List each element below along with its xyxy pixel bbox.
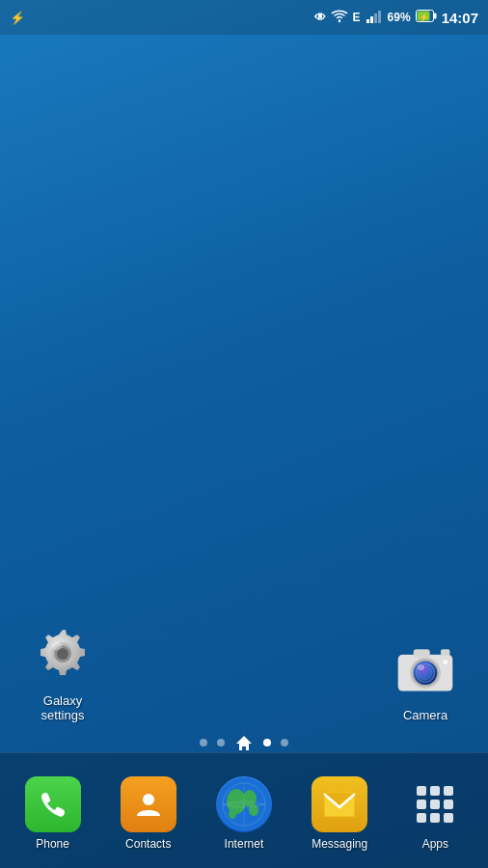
contacts-dock-icon (121, 776, 176, 832)
phone-dock-icon (25, 776, 81, 832)
dock-internet-label: Internet (225, 837, 264, 851)
main-content: Galaxysettings (0, 35, 488, 752)
screen-icon: 👁 (314, 11, 326, 24)
page-indicators (200, 733, 288, 752)
dock-messaging-label: Messaging (312, 837, 367, 851)
svg-point-12 (52, 642, 62, 650)
signal-icon (366, 10, 383, 26)
svg-rect-16 (441, 650, 449, 657)
svg-point-22 (418, 665, 425, 671)
camera-image (392, 635, 459, 702)
svg-rect-4 (378, 11, 381, 23)
camera-icon[interactable]: Camera (382, 635, 469, 723)
svg-rect-36 (417, 786, 426, 796)
page-dot-5[interactable] (281, 739, 288, 746)
status-bar: ⚡ 👁 E 69% (0, 0, 488, 35)
dock-phone[interactable]: Phone (10, 776, 96, 851)
svg-rect-15 (414, 650, 430, 658)
wifi-icon (331, 10, 348, 26)
camera-label: Camera (403, 708, 447, 723)
svg-rect-39 (417, 800, 426, 809)
dock-phone-label: Phone (36, 837, 69, 851)
svg-rect-41 (444, 800, 453, 809)
galaxy-settings-image (29, 620, 96, 688)
dock-apps[interactable]: Apps (392, 776, 478, 851)
status-time: 14:07 (442, 10, 478, 26)
svg-text:⚡: ⚡ (419, 12, 430, 23)
svg-rect-1 (366, 19, 369, 23)
messaging-dock-icon (312, 776, 367, 832)
galaxy-settings-label: Galaxysettings (41, 693, 85, 723)
svg-point-19 (414, 662, 438, 686)
svg-point-24 (443, 660, 448, 665)
svg-rect-37 (430, 786, 440, 796)
page-dot-2[interactable] (217, 739, 225, 746)
svg-point-11 (57, 648, 68, 660)
apps-dock-icon (407, 776, 463, 832)
page-dot-4[interactable] (263, 739, 271, 746)
internet-dock-icon (216, 776, 272, 832)
data-type-icon: E (353, 11, 361, 24)
battery-icon: ⚡ (416, 10, 437, 25)
usb-icon: ⚡ (10, 11, 25, 25)
svg-point-31 (229, 809, 236, 819)
battery-percentage: 69% (388, 11, 411, 24)
svg-rect-2 (370, 16, 373, 23)
page-dot-1[interactable] (200, 739, 207, 746)
dock-contacts-label: Contacts (125, 837, 171, 851)
page-home-button[interactable] (234, 733, 254, 752)
svg-point-25 (143, 794, 154, 805)
desktop-icons: Galaxysettings (0, 620, 488, 723)
svg-rect-6 (434, 14, 437, 19)
svg-rect-42 (417, 813, 426, 823)
dock-contacts[interactable]: Contacts (105, 776, 192, 851)
svg-rect-40 (430, 800, 440, 809)
svg-rect-38 (444, 786, 453, 796)
dock: Phone Contacts (0, 752, 488, 868)
svg-point-0 (338, 19, 339, 21)
status-right: 👁 E 69% (314, 10, 478, 26)
status-left: ⚡ (10, 11, 25, 25)
galaxy-settings-icon[interactable]: Galaxysettings (19, 620, 106, 723)
dock-internet[interactable]: Internet (201, 776, 287, 851)
dock-apps-label: Apps (422, 837, 448, 851)
dock-messaging[interactable]: Messaging (296, 776, 383, 851)
svg-rect-3 (374, 14, 377, 23)
svg-rect-44 (444, 813, 453, 823)
svg-rect-43 (430, 813, 440, 823)
